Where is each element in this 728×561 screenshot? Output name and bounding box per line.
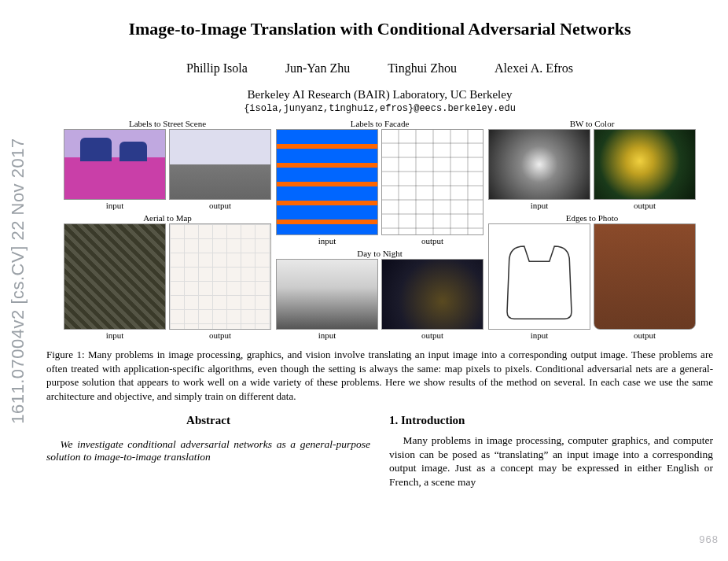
figure-1-caption: Figure 1: Many problems in image process… [46, 348, 713, 403]
author: Jun-Yan Zhu [285, 61, 350, 76]
example-labels-facade: Labels to Facade input output [276, 119, 483, 245]
arxiv-sidebar: 1611.07004v2 [cs.CV] 22 Nov 2017 [6, 0, 30, 561]
author: Alexei A. Efros [495, 61, 573, 76]
affiliation: Berkeley AI Research (BAIR) Laboratory, … [43, 88, 716, 101]
two-column-body: Abstract We investigate conditional adve… [46, 414, 713, 489]
abstract-column: Abstract We investigate conditional adve… [46, 414, 370, 489]
street-labels-input-image [64, 129, 166, 200]
figure-1: Labels to Street Scene input output Aeri… [43, 119, 716, 340]
output-label: output [381, 236, 483, 245]
example-title: Day to Night [357, 249, 402, 259]
output-label: output [169, 330, 271, 340]
figure-col-mid: Labels to Facade input output Day to Nig… [276, 119, 483, 340]
arxiv-id: 1611.07004v2 [cs.CV] 22 Nov 2017 [8, 138, 28, 423]
author: Tinghui Zhou [388, 61, 457, 76]
abstract-heading: Abstract [46, 414, 370, 427]
bw-input-image [488, 129, 590, 200]
day-input-image [276, 259, 378, 330]
intro-body: Many problems in image processing, compu… [389, 434, 713, 489]
input-label: input [64, 201, 166, 210]
author: Phillip Isola [186, 61, 248, 76]
authors-line: Phillip Isola Jun-Yan Zhu Tinghui Zhou A… [43, 61, 716, 76]
edges-input-image [488, 223, 590, 330]
figure-col-right: BW to Color input output Edges to Photo [488, 119, 696, 340]
example-day-night: Day to Night input output [276, 249, 483, 340]
example-title: BW to Color [570, 119, 615, 129]
facade-output-image [381, 129, 483, 235]
night-output-image [381, 259, 483, 330]
map-output-image [169, 223, 271, 330]
watermark: 968 [699, 533, 719, 545]
input-label: input [488, 201, 590, 210]
paper-content: Image-to-Image Translation with Conditio… [43, 0, 716, 489]
aerial-input-image [64, 223, 166, 330]
example-edges-photo: Edges to Photo input output [488, 213, 696, 340]
example-title: Labels to Street Scene [129, 119, 206, 129]
example-aerial-map: Aerial to Map input output [64, 213, 271, 340]
street-scene-output-image [169, 129, 271, 200]
example-title: Aerial to Map [143, 213, 192, 223]
intro-column: 1. Introduction Many problems in image p… [389, 414, 713, 489]
input-label: input [64, 330, 166, 340]
example-bw-color: BW to Color input output [488, 119, 696, 210]
email: {isola,junyanz,tinghuiz,efros}@eecs.berk… [43, 103, 716, 114]
input-label: input [488, 330, 590, 340]
example-title: Labels to Facade [351, 119, 410, 129]
input-label: input [276, 236, 378, 245]
output-label: output [594, 330, 696, 340]
output-label: output [594, 201, 696, 210]
example-title: Edges to Photo [566, 213, 619, 223]
example-labels-street: Labels to Street Scene input output [64, 119, 271, 210]
input-label: input [276, 330, 378, 340]
output-label: output [381, 330, 483, 340]
paper-title: Image-to-Image Translation with Conditio… [43, 19, 716, 39]
facade-labels-input-image [276, 129, 378, 235]
abstract-body: We investigate conditional adversarial n… [46, 438, 370, 463]
color-output-image [594, 129, 696, 200]
photo-output-image [594, 223, 696, 330]
figure-col-left: Labels to Street Scene input output Aeri… [64, 119, 271, 340]
intro-heading: 1. Introduction [389, 414, 713, 427]
output-label: output [169, 201, 271, 210]
